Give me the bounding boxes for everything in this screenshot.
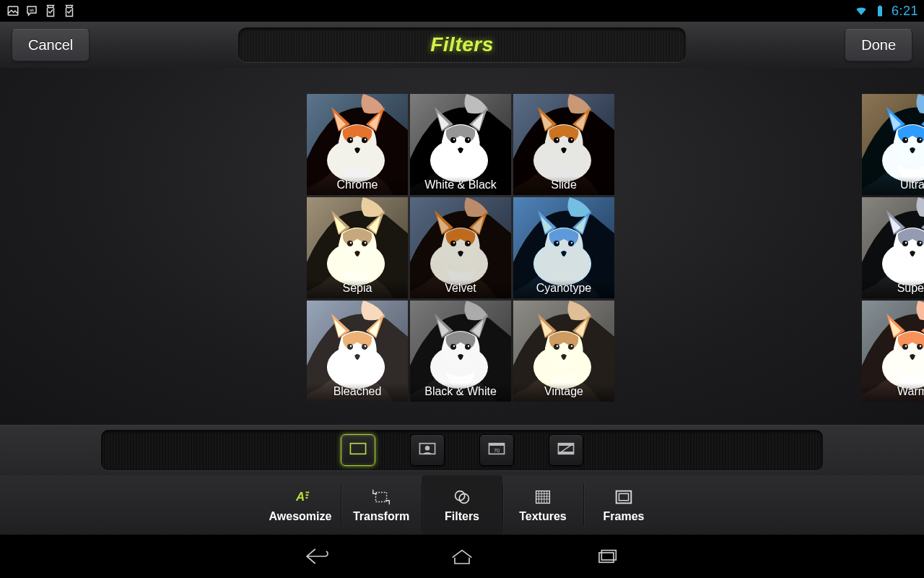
- tab-label: Filters: [445, 510, 479, 523]
- filter-grid-main: ChromeWhite & BlackSlideSepiaVelvetCyano…: [307, 94, 614, 402]
- filter-thumb-slide[interactable]: Slide: [513, 94, 614, 195]
- cancel-button[interactable]: Cancel: [12, 29, 90, 61]
- gallery-icon: [6, 4, 20, 18]
- filter-thumb-bleached[interactable]: Bleached: [307, 301, 408, 402]
- tab-textures[interactable]: Textures: [502, 475, 583, 535]
- subcategory-bar: 70: [0, 425, 924, 475]
- filter-thumb-super[interactable]: Super: [862, 197, 924, 298]
- filter-thumb-label: Cyanotype: [513, 280, 614, 298]
- filter-thumb-black-white[interactable]: Black & White: [410, 301, 511, 402]
- filter-thumb-velvet[interactable]: Velvet: [410, 197, 511, 298]
- subcat-seventy-button[interactable]: 70: [479, 434, 514, 466]
- awesomize-icon: A: [289, 487, 311, 507]
- subcategory-pill: 70: [101, 430, 823, 470]
- filter-thumb-label: Chrome: [307, 176, 408, 195]
- tab-label: Frames: [603, 510, 645, 523]
- svg-rect-17: [536, 491, 550, 504]
- filter-thumb-cyanotype[interactable]: Cyanotype: [513, 197, 614, 298]
- download-complete-icon-2: [62, 4, 77, 18]
- download-complete-icon: [43, 4, 58, 18]
- nav-home-button[interactable]: [440, 542, 484, 571]
- svg-rect-4: [350, 444, 365, 454]
- subcat-portrait-button[interactable]: [410, 434, 445, 466]
- filter-grid-side: UltraSuperWarm: [862, 94, 924, 402]
- filter-thumb-label: White & Black: [410, 176, 511, 195]
- filter-thumb-warm[interactable]: Warm: [862, 301, 924, 402]
- frame-icon: [349, 441, 367, 460]
- header-title-pill: Filters: [238, 27, 686, 62]
- portrait-icon: [418, 441, 437, 460]
- filter-thumb-label: Slide: [513, 176, 614, 195]
- filter-thumb-label: Warm: [862, 383, 924, 402]
- filter-thumb-vintage[interactable]: Vintage: [513, 301, 614, 402]
- filters-icon: [451, 487, 473, 507]
- android-nav-bar: [0, 535, 924, 578]
- nav-back-button[interactable]: [296, 542, 339, 571]
- nav-recent-button[interactable]: [585, 542, 628, 571]
- tab-label: Transform: [353, 510, 409, 523]
- frames-icon: [613, 487, 635, 507]
- tab-awesomize[interactable]: AAwesomize: [260, 475, 341, 535]
- filter-thumb-label: Velvet: [410, 280, 511, 298]
- filter-thumb-chrome[interactable]: Chrome: [307, 94, 408, 195]
- filter-thumb-label: Bleached: [307, 383, 408, 402]
- svg-text:A: A: [295, 490, 305, 504]
- seventy-icon: 70: [487, 441, 506, 460]
- filter-thumb-white-black[interactable]: White & Black: [410, 94, 511, 195]
- film-icon: [557, 441, 575, 460]
- status-clock: 6:21: [892, 4, 918, 19]
- talk-icon: talk: [25, 4, 39, 18]
- svg-rect-0: [8, 7, 18, 15]
- svg-rect-26: [619, 493, 628, 500]
- android-status-bar: talk 6:21: [0, 0, 924, 22]
- svg-rect-2: [878, 7, 882, 17]
- filter-thumb-ultra[interactable]: Ultra: [862, 94, 924, 195]
- editor-header: Cancel Filters Done: [0, 22, 924, 68]
- svg-rect-14: [376, 492, 387, 501]
- filter-thumb-label: Ultra: [862, 176, 924, 195]
- status-right: 6:21: [854, 4, 918, 19]
- subcat-frame-button[interactable]: [341, 434, 375, 466]
- filter-thumb-label: Black & White: [410, 383, 511, 402]
- subcat-film-button[interactable]: [549, 434, 583, 466]
- filter-thumb-label: Super: [862, 280, 924, 298]
- transform-icon: [370, 487, 392, 507]
- filter-thumb-label: Vintage: [513, 383, 614, 402]
- svg-rect-8: [489, 444, 504, 446]
- status-left-icons: talk: [6, 4, 77, 18]
- tab-label: Awesomize: [269, 510, 332, 523]
- wifi-icon: [854, 4, 868, 18]
- battery-icon: [873, 4, 887, 18]
- svg-text:70: 70: [494, 447, 500, 454]
- tab-frames[interactable]: Frames: [583, 475, 664, 535]
- svg-point-6: [425, 446, 430, 451]
- svg-text:talk: talk: [29, 9, 35, 12]
- textures-icon: [532, 487, 554, 507]
- filter-stage: ChromeWhite & BlackSlideSepiaVelvetCyano…: [0, 68, 924, 425]
- filter-thumb-label: Sepia: [307, 280, 408, 298]
- done-button[interactable]: Done: [845, 29, 912, 61]
- filter-thumb-sepia[interactable]: Sepia: [307, 197, 408, 298]
- tab-transform[interactable]: Transform: [341, 475, 422, 535]
- svg-rect-3: [879, 6, 881, 7]
- tab-label: Textures: [519, 510, 567, 523]
- tab-filters[interactable]: Filters: [422, 475, 502, 535]
- header-title: Filters: [430, 33, 494, 56]
- tool-tab-bar: AAwesomizeTransformFiltersTexturesFrames: [0, 475, 924, 535]
